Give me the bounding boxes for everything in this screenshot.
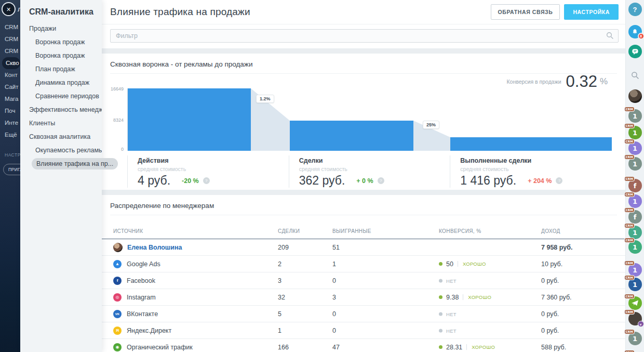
income-cell: 7 958 руб. bbox=[541, 244, 572, 251]
menu-item-ad-payback[interactable]: Окупаемость рекламы bbox=[20, 144, 102, 157]
feedback-button[interactable]: ОБРАТНАЯ СВЯЗЬ bbox=[491, 4, 560, 20]
chat-avatar[interactable]: CRMf bbox=[628, 179, 642, 192]
table-row-facebook[interactable]: f Facebook 3 0 НЕТ 0 руб. bbox=[102, 272, 625, 289]
sidebar-item-crm-1[interactable]: CRM bbox=[0, 21, 20, 33]
sidebar-item-contacts[interactable]: Конт bbox=[0, 69, 20, 81]
crm-tag: CRM bbox=[625, 107, 634, 111]
sidebar-item-store[interactable]: Мага bbox=[0, 93, 20, 105]
avatar-glyph: 1 bbox=[633, 160, 637, 168]
menu-item-traffic-impact-selected[interactable]: Влияние трафика на пр... bbox=[32, 158, 118, 170]
table-row-instagram[interactable]: ◎ Instagram 32 3 9.38 ХОРОШО 7 360 руб. bbox=[102, 289, 625, 306]
source-name: ВКонтакте bbox=[127, 310, 158, 318]
menu-item-manager-efficiency[interactable]: Эффективность менеджер... bbox=[20, 103, 102, 116]
menu-item-clients[interactable]: Клиенты bbox=[20, 116, 102, 130]
col-won: ВЫИГРАННЫЕ bbox=[332, 228, 371, 234]
sidebar-item-sites[interactable]: Сайт bbox=[0, 81, 20, 93]
income-cell: 10 руб. bbox=[541, 260, 562, 268]
chat-avatar-viber-user[interactable]: CRMv bbox=[628, 312, 642, 325]
chat-avatar[interactable]: CRM1 bbox=[628, 157, 642, 171]
menu-item-sales[interactable]: Продажи bbox=[20, 22, 102, 35]
manager-avatar bbox=[113, 243, 123, 252]
table-row-organic-traffic[interactable]: ◉ Органический трафик 166 47 28.31 ХОРОШ… bbox=[102, 339, 625, 352]
chat-avatar[interactable]: CRM1 bbox=[628, 226, 642, 239]
settings-button[interactable]: НАСТРОЙКА bbox=[564, 4, 619, 20]
menu-item-end-to-end-analytics[interactable]: Сквозная аналитика bbox=[20, 130, 102, 144]
col-source: ИСТОЧНИК bbox=[113, 228, 143, 234]
conversion-value: 50 bbox=[446, 260, 453, 268]
sidebar-item-integrations[interactable]: Инте bbox=[0, 117, 20, 129]
app-logo[interactable]: × л bbox=[2, 2, 20, 16]
won-cell: 51 bbox=[332, 244, 340, 251]
chat-avatar[interactable]: CRM1 bbox=[628, 109, 642, 123]
instagram-icon: ◎ bbox=[113, 293, 122, 302]
table-row-vkontakte[interactable]: VK ВКонтакте 5 0 НЕТ 0 руб. bbox=[102, 306, 625, 322]
global-search-button[interactable] bbox=[628, 69, 642, 82]
funnel-stats: Действия средняя стоимость 4 руб. -20 % … bbox=[127, 155, 611, 188]
income-cell: 0 руб. bbox=[541, 277, 559, 284]
y-tick-max: 16649 bbox=[103, 86, 124, 92]
menu-item-sales-dynamics[interactable]: Динамика продаж bbox=[20, 76, 102, 89]
chat-avatar[interactable]: CRM1 bbox=[628, 278, 642, 291]
sidebar-item-more[interactable]: Ещё bbox=[0, 129, 20, 141]
info-icon[interactable]: ? bbox=[203, 177, 210, 184]
chat-avatar[interactable]: CRM1 bbox=[628, 194, 642, 208]
avatar-glyph: f bbox=[634, 213, 637, 221]
income-cell: 7 360 руб. bbox=[541, 294, 572, 301]
menu-item-sales-plan[interactable]: План продаж bbox=[20, 62, 102, 76]
y-tick-mid: 8324 bbox=[103, 118, 124, 123]
user-avatar[interactable] bbox=[628, 89, 642, 103]
info-icon[interactable]: ? bbox=[378, 177, 384, 184]
filter-input[interactable] bbox=[110, 29, 619, 43]
chat-avatar[interactable]: CRMf bbox=[628, 210, 642, 224]
chat-avatar[interactable]: CRM1 bbox=[628, 332, 642, 345]
deals-cell: 5 bbox=[278, 310, 281, 318]
menu-item-period-comparison[interactable]: Сравнение периодов bbox=[20, 89, 102, 103]
won-cell: 3 bbox=[332, 294, 336, 301]
drop-badge-1: 1.2% bbox=[256, 95, 274, 103]
search-icon[interactable] bbox=[606, 32, 614, 42]
info-icon[interactable]: ? bbox=[556, 177, 562, 184]
menu-item-sales-funnel-2[interactable]: Воронка продаж bbox=[20, 49, 102, 62]
chat-avatar[interactable]: CRM1 bbox=[628, 141, 642, 155]
sidebar-item-mail[interactable]: Поч bbox=[0, 105, 20, 117]
drop-badge-2: 25% bbox=[423, 121, 439, 129]
messenger-button[interactable] bbox=[628, 45, 642, 58]
stat-value: 1 416 руб. bbox=[460, 174, 516, 188]
help-button[interactable]: ? bbox=[628, 3, 642, 16]
page-title: Влияние трафика на продажи bbox=[110, 6, 491, 18]
table-row-yandex-direct[interactable]: Я Яндекс.Директ 1 0 НЕТ 0 руб. bbox=[102, 322, 625, 339]
stat-delta: -20 % bbox=[182, 177, 199, 185]
chat-avatar[interactable]: CRM1 bbox=[628, 263, 642, 277]
table-row-manager[interactable]: Елена Волошина 209 51 7 958 руб. bbox=[102, 239, 625, 256]
won-cell: 0 bbox=[332, 327, 336, 334]
col-income: ДОХОД bbox=[541, 228, 560, 234]
sidebar-configure-link[interactable]: НАСТР bbox=[0, 152, 20, 158]
google-ads-icon: ▲ bbox=[113, 260, 122, 268]
stat-won-deals: Выполненные сделки средняя стоимость 1 4… bbox=[450, 155, 611, 188]
notifications-button[interactable]: 8 bbox=[628, 25, 642, 38]
manager-link[interactable]: Елена Волошина bbox=[127, 244, 182, 251]
source-name: Facebook bbox=[127, 277, 155, 284]
avatar-glyph: 1 bbox=[633, 145, 637, 152]
funnel-chart: 16649 8324 0 1.2% 25% bbox=[127, 88, 611, 151]
sidebar-invite-button[interactable]: ПРИГЛ bbox=[3, 164, 20, 175]
organic-traffic-icon: ◉ bbox=[113, 343, 122, 351]
deals-cell: 3 bbox=[278, 277, 281, 284]
avatar-glyph: 1 bbox=[633, 335, 637, 343]
chat-icon bbox=[632, 48, 639, 55]
crm-tag: CRM bbox=[625, 276, 634, 280]
crm-tag: CRM bbox=[625, 192, 634, 197]
chat-avatar[interactable]: CRM1 bbox=[628, 126, 642, 139]
table-row-google-ads[interactable]: ▲ Google Ads 2 1 50 ХОРОШО 10 руб. bbox=[102, 256, 625, 272]
status-badge: НЕТ bbox=[446, 311, 457, 317]
sidebar-item-active[interactable]: Скво bbox=[2, 57, 20, 69]
avatar-glyph: 1 bbox=[633, 266, 637, 274]
sidebar-item-crm-3[interactable]: CRM bbox=[0, 45, 20, 57]
chat-avatar[interactable]: CRM1 bbox=[628, 240, 642, 254]
managers-table-widget: Распределение по менеджерам ИСТОЧНИК СДЕ… bbox=[102, 195, 625, 352]
sidebar-item-crm-2[interactable]: CRM bbox=[0, 33, 20, 45]
status-dot bbox=[439, 295, 442, 299]
funnel-title: Сквозная воронка - от рекламы до продажи bbox=[102, 54, 625, 73]
chat-avatar-telegram[interactable]: CRM bbox=[628, 296, 642, 310]
menu-item-sales-funnel-1[interactable]: Воронка продаж bbox=[20, 35, 102, 49]
